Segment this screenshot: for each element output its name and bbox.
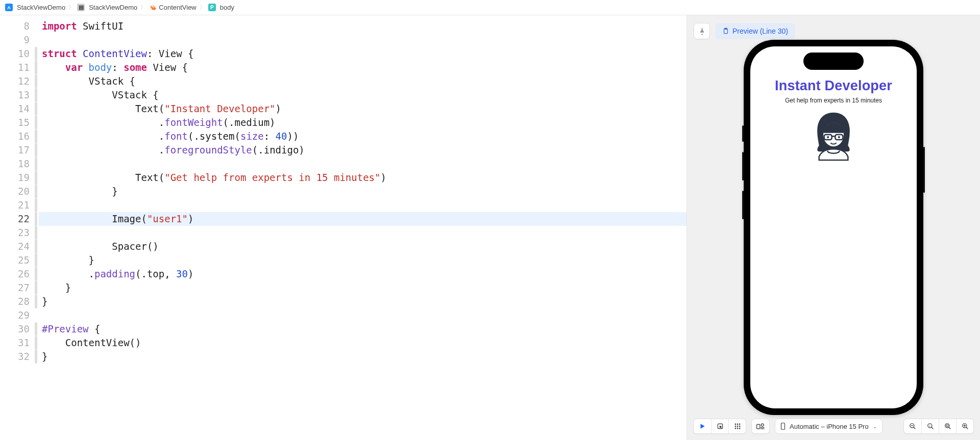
code-line[interactable]: } xyxy=(39,350,687,364)
line-number: 20 xyxy=(0,185,30,198)
svg-rect-10 xyxy=(737,424,738,425)
code-line[interactable]: Text("Instant Developer") xyxy=(39,102,687,116)
line-number: 9 xyxy=(0,33,30,47)
code-line[interactable]: var body: some View { xyxy=(39,61,687,74)
swift-icon xyxy=(149,4,157,11)
svg-rect-14 xyxy=(739,426,740,427)
code-line[interactable] xyxy=(39,33,687,47)
code-editor[interactable]: 8910111213141516171819202122232425262728… xyxy=(0,15,687,440)
line-number: 30 xyxy=(0,322,30,336)
code-body[interactable]: import SwiftUI struct ContentView: View … xyxy=(39,15,687,440)
zoom-in-icon xyxy=(962,423,969,430)
preview-chip[interactable]: Preview (Line 30) xyxy=(715,23,795,39)
line-number: 27 xyxy=(0,281,30,295)
zoom-fit-button[interactable] xyxy=(939,419,956,433)
svg-rect-18 xyxy=(757,424,760,429)
app-subtitle: Get help from experts in 15 minutes xyxy=(750,97,917,104)
app-icon: A xyxy=(5,4,13,11)
line-number: 32 xyxy=(0,350,30,364)
live-button[interactable] xyxy=(694,419,711,433)
device-frame: Instant Developer Get help from experts … xyxy=(744,40,923,415)
line-number: 8 xyxy=(0,19,30,33)
svg-point-19 xyxy=(761,424,764,426)
code-line[interactable]: VStack { xyxy=(39,74,687,88)
code-line[interactable]: } xyxy=(39,253,687,267)
breadcrumb-folder-label: StackViewDemo xyxy=(89,4,137,11)
zoom-out-icon xyxy=(909,423,916,430)
line-number: 28 xyxy=(0,295,30,308)
svg-line-33 xyxy=(966,427,968,429)
zoom-in-button[interactable] xyxy=(956,419,973,433)
breadcrumb: A StackViewDemo 〉 ▤ StackViewDemo 〉 Cont… xyxy=(0,0,980,15)
preview-canvas: Preview (Line 30) Instant Developer Get … xyxy=(687,15,980,440)
zoom-actual-button[interactable]: 1 xyxy=(921,419,939,433)
svg-point-6 xyxy=(827,136,829,138)
breadcrumb-file[interactable]: ContentView xyxy=(149,4,196,11)
phone-icon xyxy=(780,423,786,430)
line-number: 12 xyxy=(0,74,30,88)
breadcrumb-symbol[interactable]: P body xyxy=(208,4,234,11)
code-line[interactable]: } xyxy=(39,295,687,308)
code-line[interactable] xyxy=(39,157,687,171)
code-line[interactable]: #Preview { xyxy=(39,322,687,336)
code-line[interactable]: .font(.system(size: 40)) xyxy=(39,130,687,143)
line-number: 16 xyxy=(0,130,30,143)
svg-point-7 xyxy=(838,136,840,138)
device-picker-label: Automatic – iPhone 15 Pro xyxy=(790,423,869,430)
code-line[interactable]: Spacer() xyxy=(39,240,687,253)
selectable-button[interactable] xyxy=(711,419,728,433)
breadcrumb-symbol-label: body xyxy=(220,4,234,11)
code-line[interactable]: struct ContentView: View { xyxy=(39,47,687,61)
folder-icon: ▤ xyxy=(77,4,85,11)
device-picker[interactable]: Automatic – iPhone 15 Pro ⌄ xyxy=(775,419,883,434)
chevron-right-icon: 〉 xyxy=(67,4,75,11)
code-line[interactable]: .fontWeight(.medium) xyxy=(39,116,687,130)
code-line[interactable]: Text("Get help from experts in 15 minute… xyxy=(39,171,687,185)
code-line[interactable]: .foregroundStyle(.indigo) xyxy=(39,143,687,157)
code-line[interactable]: Image("user1") xyxy=(39,212,687,226)
app-title: Instant Developer xyxy=(750,78,917,94)
svg-point-29 xyxy=(945,424,949,428)
code-line[interactable] xyxy=(39,226,687,240)
code-line[interactable]: .padding(.top, 30) xyxy=(39,267,687,281)
device-settings-button[interactable] xyxy=(752,419,769,433)
line-number: 13 xyxy=(0,88,30,102)
preview-mode-group xyxy=(693,419,746,434)
line-number: 18 xyxy=(0,157,30,171)
code-line[interactable]: } xyxy=(39,185,687,198)
svg-rect-17 xyxy=(739,428,740,429)
device-settings-group xyxy=(751,419,770,434)
code-line[interactable]: ContentView() xyxy=(39,336,687,350)
svg-rect-9 xyxy=(734,424,736,425)
zoom-100-icon: 1 xyxy=(927,423,934,430)
code-line[interactable]: VStack { xyxy=(39,88,687,102)
breadcrumb-folder[interactable]: ▤ StackViewDemo xyxy=(77,4,137,11)
chevron-down-icon: ⌄ xyxy=(873,424,877,429)
chevron-right-icon: 〉 xyxy=(139,4,147,11)
line-number: 11 xyxy=(0,61,30,74)
grid-icon xyxy=(734,423,741,430)
line-number: 22 xyxy=(0,212,30,226)
breadcrumb-project[interactable]: A StackViewDemo xyxy=(5,4,65,11)
line-number: 14 xyxy=(0,102,30,116)
svg-line-27 xyxy=(931,427,933,429)
line-number: 19 xyxy=(0,171,30,185)
variants-button[interactable] xyxy=(728,419,746,433)
svg-text:1: 1 xyxy=(929,425,930,427)
cursor-rect-icon xyxy=(717,423,724,430)
property-icon: P xyxy=(208,4,216,11)
code-line[interactable] xyxy=(39,308,687,322)
code-line[interactable]: } xyxy=(39,281,687,295)
pin-button[interactable] xyxy=(694,23,710,39)
device-screen[interactable]: Instant Developer Get help from experts … xyxy=(750,46,917,408)
code-line[interactable]: import SwiftUI xyxy=(39,19,687,33)
pin-icon xyxy=(698,28,706,35)
preview-chip-label: Preview (Line 30) xyxy=(732,27,788,35)
svg-line-24 xyxy=(914,427,916,429)
zoom-fit-icon xyxy=(944,423,951,430)
line-number: 17 xyxy=(0,143,30,157)
change-bar-gutter xyxy=(34,15,39,440)
svg-rect-31 xyxy=(946,425,948,427)
zoom-out-button[interactable] xyxy=(904,419,921,433)
code-line[interactable] xyxy=(39,198,687,212)
